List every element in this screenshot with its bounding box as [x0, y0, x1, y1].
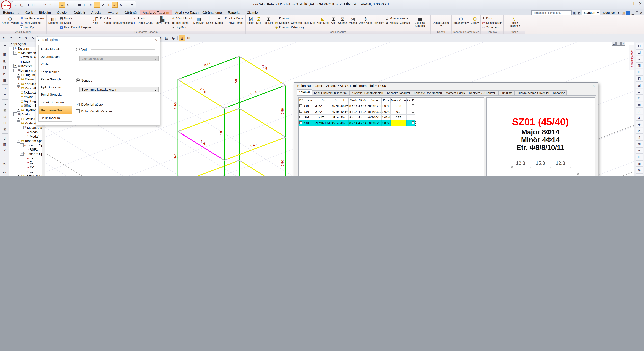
menu-birleşim[interactable]: Birleşim	[36, 10, 54, 15]
veri-radio[interactable]	[76, 48, 80, 51]
right-panel-tool-icon-16[interactable]: ≡	[636, 147, 643, 154]
menu-çelik[interactable]: Çelik	[22, 10, 36, 15]
ribbon-item-i̇stinat-duvarı[interactable]: Γİstinat Duvarı	[224, 16, 244, 20]
menu-ayarlar[interactable]: Ayarlar	[105, 10, 122, 15]
row-checkbox-icon[interactable]	[299, 122, 302, 124]
toolbar-tool-icon-23[interactable]: ▤	[163, 35, 170, 41]
ribbon-button-uzay-kafes[interactable]: ※Uzay Kafes	[358, 16, 373, 30]
right-panel-tool-icon-3[interactable]: ▦	[636, 62, 643, 68]
cell[interactable]	[411, 103, 415, 109]
cell[interactable]: 40 cm	[340, 109, 349, 114]
menu-çizimler[interactable]: Çizimler	[244, 10, 262, 15]
tree-item-tasarım-spektru[interactable]: −≈Tasarım Spektru	[10, 143, 42, 147]
cell[interactable]: ø8/8/10/11	[367, 109, 381, 114]
tab-kesit-hücresi-lif-tasarımı[interactable]: Kesit Hücresi(Lif) Tasarımı	[312, 90, 350, 95]
ribbon-item-kesit[interactable]: IKesit	[482, 16, 502, 20]
cell[interactable]: 2. KAT	[315, 109, 331, 114]
ribbon-item-tekil-temel[interactable]: ▣Tekil Temel	[172, 21, 192, 25]
toolbar-tool-icon-2[interactable]: ≡	[16, 35, 23, 41]
cell[interactable]: 8 ø 14	[349, 103, 358, 109]
column-header-majör[interactable]: Majör	[349, 98, 358, 103]
left-panel-tool-icon-3[interactable]: ◧	[1, 58, 8, 64]
left-panel-tool-icon-14[interactable]: ⊡	[1, 120, 8, 126]
right-panel-tool-icon-6[interactable]: ▣	[636, 82, 643, 88]
style-selector[interactable]: Standart▾	[582, 10, 600, 16]
vp-restore-icon[interactable]: ❒	[616, 42, 620, 46]
expander-icon[interactable]: +	[17, 73, 20, 77]
column-header-h[interactable]: H	[340, 98, 349, 103]
left-panel-tool-icon-5[interactable]: ◩	[1, 71, 8, 76]
tree-item-modal-analiz[interactable]: −ΣModal Analiz	[10, 125, 42, 130]
select-icon[interactable]: ⊳	[66, 2, 71, 8]
cell[interactable]: 3. KAT	[315, 103, 331, 109]
search-input[interactable]	[532, 10, 572, 15]
cell[interactable]: 1.03%	[381, 114, 390, 120]
expander-icon[interactable]: −	[17, 174, 20, 176]
ribbon-item-yükleme-▾[interactable]: ⇊Yükleme ▾	[482, 25, 502, 29]
left-panel-tool-icon-19[interactable]: ∠	[1, 148, 8, 154]
tab-birleşim-kesme-güvenliği[interactable]: Birleşim Kesme Güvenliği	[514, 90, 551, 95]
viz-category-çelik-tasarım[interactable]: Çelik Tasarım	[38, 114, 72, 122]
close-icon[interactable]: ✕	[154, 38, 157, 42]
left-panel-tool-icon-13[interactable]: ⊟	[1, 114, 8, 120]
cell[interactable]	[406, 103, 411, 109]
ribbon-button-kolon[interactable]: MKolon	[247, 16, 255, 30]
right-panel-tool-icon-15[interactable]: ▦	[636, 141, 643, 147]
cell[interactable]: 0.86	[390, 120, 406, 126]
ribbon-button-betonarme[interactable]: ⚙Betonarme ▾	[453, 16, 470, 30]
tree-item-modal-[interactable]: ΣModal'	[10, 134, 42, 138]
ribbon-item-kolon[interactable]: ΠKolon	[100, 16, 133, 20]
tree-item-modal[interactable]: ΣModal	[10, 130, 42, 134]
right-panel-tool-icon-14[interactable]: ⇵	[636, 134, 643, 140]
cell[interactable]: 40 cm	[340, 114, 349, 120]
cell[interactable]: ZEMİN KAT	[315, 120, 331, 126]
toolbar-tool-icon-4[interactable]: ⊳	[30, 35, 36, 41]
mdi-minimize-icon[interactable]: ▁	[632, 11, 634, 14]
tab-donatılar[interactable]: Donatılar	[551, 90, 566, 95]
cell[interactable]: 4 ø 14	[358, 114, 367, 120]
viz-category-temel-sonuçları[interactable]: Temel Sonuçları	[38, 91, 72, 98]
help-icon[interactable]: ?	[626, 11, 630, 14]
table-row[interactable]: S01ZEMİN KAT45 cm40 cm8 ø 144 ø 14ø8/8/1…	[299, 120, 415, 126]
cross-move-icon[interactable]: ✛	[106, 2, 111, 8]
right-panel-tool-icon-13[interactable]: ⊠	[636, 128, 643, 134]
right-panel-tool-icon-5[interactable]: ◧	[636, 75, 643, 82]
perpendicular-icon[interactable]: ⊥	[71, 2, 76, 8]
viz-category-analiz-modeli[interactable]: Analiz Modeli	[38, 45, 72, 53]
cell[interactable]: 1.03%	[381, 120, 390, 126]
cell[interactable]	[411, 120, 415, 126]
history-icon[interactable]: ⊡	[53, 2, 59, 8]
left-panel-tool-icon-18[interactable]: ▥	[1, 142, 8, 147]
column-header-b[interactable]: B	[331, 98, 340, 103]
right-panel-tool-icon-1[interactable]: ▤	[636, 49, 643, 55]
minimize-icon[interactable]: –	[624, 1, 626, 6]
lightning-icon[interactable]: ϟ	[124, 2, 129, 8]
menu-objeler[interactable]: Objeler	[54, 10, 71, 15]
angle-icon[interactable]: ∟	[82, 2, 88, 8]
tab-kuvvetler-donatı-alanları[interactable]: Kuvvetler-Donatı Alanları	[350, 90, 385, 95]
ribbon-button-tali-kiriş[interactable]: ⊞Tali Kiriş	[263, 16, 274, 30]
right-panel-tool-icon-11[interactable]: ▲	[636, 114, 643, 121]
expander-icon[interactable]: +	[17, 77, 20, 81]
expander-icon[interactable]: −	[20, 126, 24, 129]
cell[interactable]	[406, 120, 411, 126]
vp-minimize-icon[interactable]: ▁	[612, 42, 616, 46]
viz-category-yükler[interactable]: Yükler	[38, 60, 72, 68]
cell[interactable]	[406, 114, 411, 120]
column-table[interactable]: DSİsimKatBHMajörMinörEninePursMaks. Oran…	[298, 98, 416, 126]
viz-category-betonarme-tas-[interactable]: Betonarme Tas...	[38, 106, 72, 114]
ribbon-item-perde-grubu[interactable]: ∏Perde Grubu	[134, 21, 153, 25]
row-checkbox-icon[interactable]	[412, 104, 414, 107]
save-all-icon[interactable]: ⊞	[36, 2, 42, 8]
cell[interactable]	[406, 109, 411, 114]
cell[interactable]: 1.03%	[381, 109, 390, 114]
ribbon-item-kompozit[interactable]: ≈Kompozit	[275, 16, 315, 20]
table-row[interactable]: S012. KAT45 cm40 cm8 ø 144 ø 14ø8/8/10/1…	[299, 109, 415, 114]
left-panel-tool-icon-15[interactable]: ⊠	[1, 126, 8, 132]
cell[interactable]: 45 cm	[331, 114, 340, 120]
save-icon[interactable]: ⊟	[30, 2, 36, 8]
ribbon-button-kiriş[interactable]: ↓FKiriş	[92, 16, 99, 30]
tree-item-ex-[interactable]: ≈Ex'	[10, 165, 42, 169]
column-header-zk[interactable]: ZK	[406, 98, 411, 103]
cell[interactable]: S01	[304, 114, 315, 120]
